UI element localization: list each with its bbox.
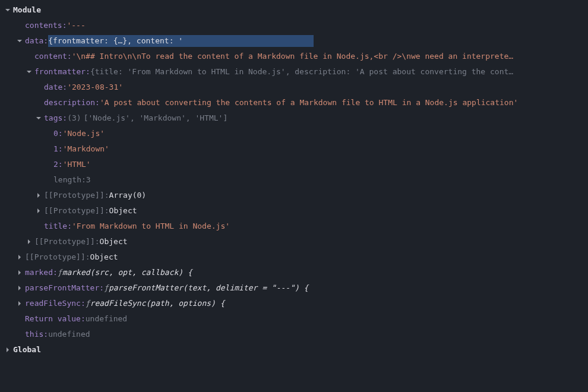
chevron-right-icon[interactable]	[15, 253, 24, 261]
scope-label: Global	[13, 344, 41, 356]
prop-value: 'Markdown'	[63, 143, 109, 155]
scope-panel: Module contents: '--- data: {frontmatter…	[0, 0, 588, 360]
prop-contents[interactable]: contents: '---	[0, 18, 588, 33]
prop-key: content:	[34, 50, 72, 62]
prop-key: date:	[44, 81, 67, 93]
prop-value: '2023-08-31'	[67, 81, 123, 93]
prop-key: contents:	[25, 20, 67, 31]
scope-module[interactable]: Module	[0, 2, 588, 18]
prop-value: 'Node.js'	[63, 128, 105, 140]
chevron-right-icon[interactable]	[25, 238, 33, 246]
prop-data-content[interactable]: content: '\n## Intro\n\nTo read the cont…	[0, 49, 588, 64]
prop-title[interactable]: title: 'From Markdown to HTML in Node.js…	[0, 219, 588, 234]
prop-value: Array(0)	[109, 189, 147, 201]
prop-parsefrontmatter[interactable]: parseFrontMatter: ƒ parseFrontMatter(tex…	[0, 280, 588, 296]
chevron-right-icon[interactable]	[15, 299, 24, 308]
prop-key: this:	[25, 328, 48, 340]
prop-key: readFileSync:	[25, 298, 86, 309]
prop-summary: {frontmatter: {…}, content: '	[48, 35, 314, 47]
prop-return-value[interactable]: Return value: undefined	[0, 311, 588, 327]
prop-value: 'A post about converting the contents of…	[100, 97, 518, 109]
chevron-right-icon[interactable]	[4, 346, 12, 354]
scope-label: Module	[13, 4, 41, 16]
prop-value: Object	[100, 236, 128, 248]
fn-signature: marked(src, opt, callback) {	[62, 267, 192, 279]
fn-signature: readFileSync(path, options) {	[90, 298, 225, 309]
prop-key: parseFrontMatter:	[25, 282, 104, 294]
prop-value: undefined	[48, 328, 90, 340]
prop-value: 'From Markdown to HTML in Node.js'	[72, 220, 230, 232]
prop-date[interactable]: date: '2023-08-31'	[0, 80, 588, 95]
prop-tags[interactable]: tags: (3) ['Node.js', 'Markdown', 'HTML'…	[0, 110, 588, 126]
prop-key: 2:	[53, 159, 63, 170]
prop-key: [[Prototype]]:	[25, 251, 90, 263]
fn-f-icon: ƒ	[104, 282, 109, 294]
prop-value: 3	[86, 174, 91, 186]
fn-signature: parseFrontMatter(text, delimiter = "---"…	[109, 282, 309, 294]
array-item[interactable]: 2: 'HTML'	[0, 157, 588, 172]
prop-key: [[Prototype]]:	[44, 205, 109, 217]
chevron-down-icon[interactable]	[34, 114, 43, 122]
chevron-right-icon[interactable]	[15, 268, 24, 277]
array-preview: ['Node.js', 'Markdown', 'HTML']	[84, 112, 228, 124]
prop-value: Object	[109, 205, 137, 217]
prop-key: Return value:	[25, 313, 86, 325]
prop-frontmatter[interactable]: frontmatter: {title: 'From Markdown to H…	[0, 64, 588, 80]
prop-length[interactable]: length: 3	[0, 172, 588, 188]
prop-value: 'HTML'	[63, 159, 91, 170]
array-item[interactable]: 0: 'Node.js'	[0, 126, 588, 141]
prop-key: length:	[53, 174, 86, 186]
prop-key: frontmatter:	[34, 66, 90, 78]
prop-prototype[interactable]: [[Prototype]]: Array(0)	[0, 188, 588, 203]
prop-key: [[Prototype]]:	[34, 236, 100, 248]
fn-f-icon: ƒ	[86, 298, 90, 309]
prop-summary: {title: 'From Markdown to HTML in Node.j…	[90, 66, 513, 78]
prop-key: tags:	[44, 112, 67, 124]
prop-key: marked:	[25, 267, 58, 279]
prop-description[interactable]: description: 'A post about converting th…	[0, 95, 588, 110]
prop-marked[interactable]: marked: ƒ marked(src, opt, callback) {	[0, 265, 588, 280]
prop-value: '\n## Intro\n\nTo read the content of a …	[72, 50, 514, 62]
prop-key: [[Prototype]]:	[44, 189, 109, 201]
scope-global[interactable]: Global	[0, 342, 588, 358]
prop-readfilesync[interactable]: readFileSync: ƒ readFileSync(path, optio…	[0, 296, 588, 311]
fn-f-icon: ƒ	[58, 267, 62, 279]
prop-value: Object	[90, 251, 118, 263]
prop-prototype[interactable]: [[Prototype]]: Object	[0, 249, 588, 265]
prop-value: '---	[67, 20, 85, 31]
chevron-down-icon[interactable]	[15, 37, 24, 45]
prop-data[interactable]: data: {frontmatter: {…}, content: '	[0, 33, 588, 49]
array-item[interactable]: 1: 'Markdown'	[0, 141, 588, 157]
prop-value: undefined	[86, 313, 127, 325]
prop-key: data:	[25, 35, 48, 47]
chevron-right-icon[interactable]	[15, 284, 24, 292]
chevron-down-icon[interactable]	[4, 6, 12, 14]
chevron-right-icon[interactable]	[34, 207, 43, 215]
chevron-right-icon[interactable]	[34, 191, 43, 200]
prop-key: 1:	[53, 143, 63, 155]
chevron-down-icon[interactable]	[25, 68, 33, 76]
prop-this[interactable]: this: undefined	[0, 327, 588, 342]
prop-key: 0:	[53, 128, 63, 140]
prop-prototype[interactable]: [[Prototype]]: Object	[0, 234, 588, 249]
array-count: (3)	[67, 112, 81, 124]
prop-prototype[interactable]: [[Prototype]]: Object	[0, 203, 588, 219]
prop-key: title:	[44, 220, 72, 232]
prop-key: description:	[44, 97, 100, 109]
